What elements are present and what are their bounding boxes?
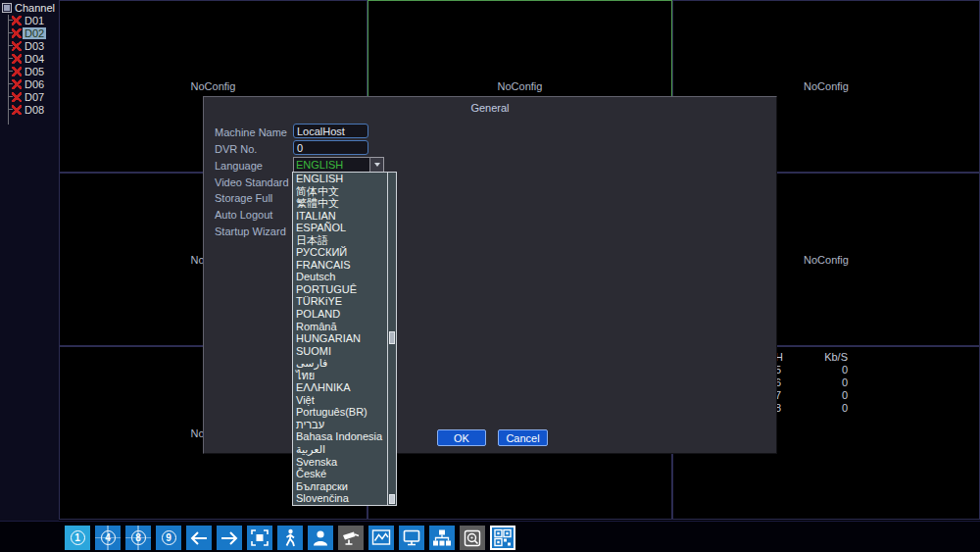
channel-label: D04 (23, 53, 46, 65)
channel-label: D02 (23, 27, 46, 39)
network-button[interactable] (429, 526, 455, 550)
language-option[interactable]: POLAND (293, 308, 387, 321)
channel-label: D06 (23, 78, 46, 90)
offline-x-icon (12, 41, 22, 51)
stats-row: 50 (775, 364, 848, 376)
ok-button[interactable]: OK (437, 429, 486, 446)
stats-kbs: 0 (791, 376, 848, 389)
view-count-8: 8 (131, 530, 146, 545)
startup-wizard-label: Startup Wizard (215, 226, 286, 237)
channel-label: D05 (23, 66, 46, 77)
language-option[interactable]: Slovenčina (293, 492, 387, 505)
tree-stub (8, 45, 13, 46)
language-option[interactable]: PORTUGUÊ (293, 283, 387, 296)
language-option[interactable]: FRANCAIS (293, 259, 387, 272)
eight-view-button[interactable]: 8 (125, 526, 151, 550)
offline-x-icon (12, 16, 22, 25)
language-select[interactable]: ENGLISH (293, 157, 384, 173)
language-option[interactable]: فارسی (293, 357, 387, 370)
language-option[interactable]: TÜRKiYE (293, 295, 387, 308)
channel-window-icon (2, 3, 12, 13)
arrow-right-icon (220, 529, 239, 547)
language-option[interactable]: HUNGARIAN (293, 332, 387, 345)
language-option[interactable]: Bahasa Indonesia (293, 430, 387, 443)
replay-button[interactable] (247, 526, 272, 550)
machine-name-input[interactable] (293, 124, 368, 138)
account-button[interactable] (308, 526, 333, 550)
language-option[interactable]: České (293, 468, 387, 480)
tree-stub (8, 83, 13, 84)
tour-button[interactable] (277, 526, 303, 550)
language-option[interactable]: Svenska (293, 456, 387, 469)
language-option[interactable]: ESPAÑOL (293, 222, 387, 234)
scrollbar-down-button[interactable] (389, 494, 395, 504)
video-standard-label: Video Standard (215, 176, 289, 188)
language-option[interactable]: Română (293, 321, 387, 333)
noconfig-label: NoConfig (191, 80, 236, 92)
scrollbar-thumb[interactable] (389, 331, 395, 344)
noconfig-label: NoConfig (804, 254, 849, 266)
channel-grid-button[interactable] (490, 526, 515, 550)
language-option[interactable]: Việt (293, 394, 387, 407)
channel-item-d04[interactable]: D04 (0, 52, 59, 65)
channel-tree-header[interactable]: Channel (0, 0, 59, 14)
single-view-button[interactable]: 1 (65, 526, 90, 550)
cancel-button[interactable]: Cancel (498, 429, 548, 446)
offline-x-icon (12, 92, 22, 102)
channel-item-d07[interactable]: D07 (0, 90, 59, 103)
language-option[interactable]: Português(BR) (293, 406, 387, 419)
channel-label: D03 (23, 40, 46, 52)
channel-sidebar: Channel D01 D02 D03 D04 D05 D06 D07 D08 (0, 0, 59, 521)
quad-view-button[interactable]: 4 (95, 526, 121, 550)
channel-item-d08[interactable]: D08 (0, 103, 59, 116)
line-chart-icon (370, 527, 392, 548)
language-option[interactable]: РУССКИЙ (293, 246, 387, 259)
network-tree-icon (431, 527, 453, 549)
channel-label: D07 (23, 91, 46, 103)
dropdown-scrollbar[interactable] (387, 173, 396, 505)
channel-item-d05[interactable]: D05 (0, 65, 59, 77)
language-option[interactable]: 繁體中文 (293, 197, 387, 210)
channel-label: D08 (23, 104, 46, 116)
storage-search-button[interactable] (460, 526, 485, 550)
stats-kbs: 0 (791, 402, 848, 415)
tree-stub (8, 20, 13, 21)
nine-view-button[interactable]: 9 (156, 526, 181, 550)
dvr-no-input[interactable] (293, 140, 368, 155)
stats-channel: 6 (775, 376, 791, 389)
channel-item-d01[interactable]: D01 (0, 14, 59, 26)
language-option[interactable]: SUOMI (293, 345, 387, 358)
channel-item-d02[interactable]: D02 (0, 26, 59, 39)
monitor-icon (401, 527, 422, 548)
tree-stub (8, 109, 13, 110)
previous-channel-button[interactable] (186, 526, 212, 550)
language-option[interactable]: Deutsch (293, 271, 387, 283)
next-channel-button[interactable] (217, 526, 242, 550)
cctv-camera-icon (340, 527, 362, 549)
language-selected-value: ENGLISH (293, 157, 370, 173)
language-option[interactable]: Български (293, 480, 387, 493)
tree-stub (8, 32, 13, 33)
language-option[interactable]: עברית (293, 419, 387, 431)
channel-tree: D01 D02 D03 D04 D05 D06 D07 D08 (0, 14, 59, 116)
dropdown-arrow-icon[interactable] (370, 157, 384, 173)
color-adjust-button[interactable] (368, 526, 394, 550)
output-adjust-button[interactable] (399, 526, 424, 550)
stats-row: 60 (775, 376, 848, 389)
auto-logout-label: Auto Logout (215, 209, 272, 221)
language-option[interactable]: العربية (293, 443, 387, 456)
language-option[interactable]: ไทย (293, 370, 387, 382)
ptz-button[interactable] (338, 526, 364, 550)
walking-person-icon (279, 527, 301, 549)
bottom-toolbar: 1 4 8 9 (0, 521, 980, 552)
channel-item-d06[interactable]: D06 (0, 77, 59, 90)
language-option[interactable]: ENGLISH (293, 173, 387, 185)
language-option[interactable]: ITALIAN (293, 210, 387, 223)
offline-x-icon (12, 67, 22, 76)
language-option[interactable]: ΕΛΛΗΝΙΚΑ (293, 381, 387, 394)
language-option[interactable]: 简体中文 (293, 185, 387, 198)
language-option[interactable]: 日本語 (293, 234, 387, 247)
noconfig-label: NoConfig (498, 80, 543, 92)
channel-item-d03[interactable]: D03 (0, 39, 59, 52)
language-dropdown-list: ENGLISH 简体中文 繁體中文 ITALIAN ESPAÑOL 日本語 РУ… (292, 172, 397, 506)
